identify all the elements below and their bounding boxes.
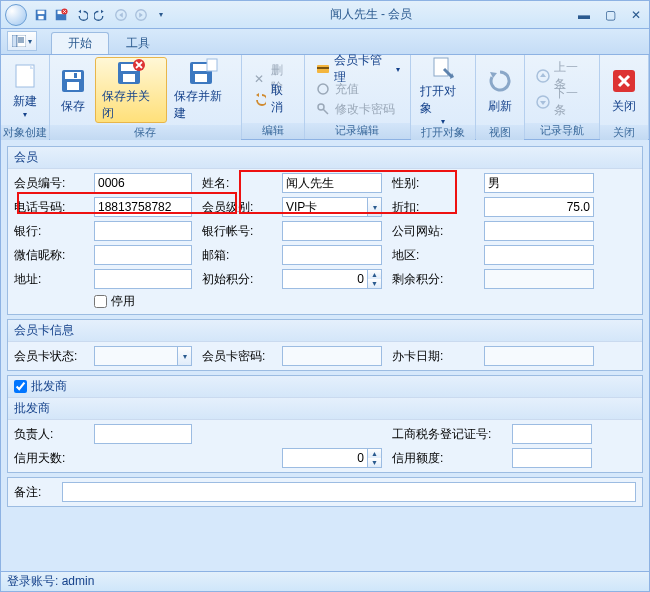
edit-pwd-button[interactable]: 修改卡密码: [311, 99, 404, 119]
input-level[interactable]: [282, 197, 368, 217]
card-icon: [315, 61, 330, 77]
label-address: 地址:: [14, 271, 84, 288]
input-credit-limit[interactable]: [512, 448, 592, 468]
recharge-button[interactable]: 充值: [311, 79, 404, 99]
new-button[interactable]: 新建▾: [3, 57, 47, 123]
minimize-button[interactable]: ▬: [573, 6, 595, 24]
spin-down-icon[interactable]: ▼: [368, 458, 381, 467]
svg-rect-27: [317, 67, 329, 69]
label-rem-pts: 剩余积分:: [392, 271, 474, 288]
undo-icon: [252, 91, 267, 107]
save-icon: [58, 66, 88, 96]
wholesaler-title: 批发商: [31, 378, 67, 395]
svg-rect-9: [17, 35, 26, 47]
input-card-status[interactable]: [94, 346, 178, 366]
group-record-label: 记录编辑: [305, 123, 410, 139]
input-bank-acct[interactable]: [282, 221, 382, 241]
view-layout-dropdown[interactable]: ▾: [7, 31, 37, 51]
input-tax-reg[interactable]: [512, 424, 592, 444]
refresh-button[interactable]: 刷新: [478, 57, 522, 123]
label-name: 姓名:: [202, 175, 272, 192]
qa-next-icon[interactable]: [133, 7, 149, 23]
input-bank[interactable]: [94, 221, 192, 241]
checkbox-disabled[interactable]: 停用: [94, 293, 192, 310]
input-manager[interactable]: [94, 424, 192, 444]
level-dropdown-icon[interactable]: ▾: [368, 197, 382, 217]
label-level: 会员级别:: [202, 199, 272, 216]
label-open-date: 办卡日期:: [392, 348, 474, 365]
qa-save-icon[interactable]: [33, 7, 49, 23]
label-region: 地区:: [392, 247, 474, 264]
input-gender[interactable]: [484, 173, 594, 193]
input-phone[interactable]: [94, 197, 192, 217]
group-create-label: 对象创建: [1, 125, 49, 140]
window-title: 闻人先生 - 会员: [171, 6, 571, 23]
wholesaler-checkbox[interactable]: [14, 380, 27, 393]
panel-wholesaler-head[interactable]: 批发商: [8, 376, 642, 398]
qa-undo-icon[interactable]: [73, 7, 89, 23]
label-init-pts: 初始积分:: [202, 271, 272, 288]
input-remark[interactable]: [62, 482, 636, 502]
maximize-button[interactable]: ▢: [599, 6, 621, 24]
input-wechat[interactable]: [94, 245, 192, 265]
panel-member-head: 会员: [8, 147, 642, 169]
close-window-button[interactable]: ✕: [625, 6, 647, 24]
group-edit-label: 编辑: [242, 123, 304, 139]
open-obj-button[interactable]: 打开对象▾: [413, 57, 473, 123]
new-icon: [10, 61, 40, 91]
qa-redo-icon[interactable]: [93, 7, 109, 23]
tab-tools[interactable]: 工具: [109, 32, 167, 54]
card-status-dropdown-icon[interactable]: ▾: [178, 346, 192, 366]
spin-down-icon[interactable]: ▼: [368, 279, 381, 288]
next-record-button[interactable]: 下一条: [531, 92, 593, 112]
input-member-no[interactable]: [94, 173, 192, 193]
key-icon: [315, 101, 331, 117]
input-init-pts[interactable]: ▲▼: [282, 269, 382, 289]
input-credit-days[interactable]: ▲▼: [282, 448, 382, 468]
panel-wholesaler: 批发商 批发商 负责人: 工商税务登记证号: 信用天数: ▲▼ 信用额度:: [7, 375, 643, 473]
label-bank-acct: 银行帐号:: [202, 223, 272, 240]
close-button[interactable]: 关闭: [602, 57, 646, 123]
save-button[interactable]: 保存: [52, 57, 95, 123]
input-card-pwd: [282, 346, 382, 366]
group-view-label: 视图: [476, 125, 524, 140]
svg-rect-30: [434, 58, 448, 76]
qa-saveclose-icon[interactable]: [53, 7, 69, 23]
card-mgmt-button[interactable]: 会员卡管理 ▾: [311, 59, 404, 79]
input-email[interactable]: [282, 245, 382, 265]
close-icon: [609, 66, 639, 96]
qa-dropdown-icon[interactable]: ▾: [153, 7, 169, 23]
save-close-icon: [116, 58, 146, 86]
label-discount: 折扣:: [392, 199, 474, 216]
down-icon: [535, 94, 550, 110]
group-save-label: 保存: [50, 125, 241, 140]
label-wechat: 微信昵称:: [14, 247, 84, 264]
svg-rect-17: [74, 73, 77, 78]
qa-prev-icon[interactable]: [113, 7, 129, 23]
label-card-pwd: 会员卡密码:: [202, 348, 272, 365]
spin-up-icon[interactable]: ▲: [368, 270, 381, 279]
prev-record-button[interactable]: 上一条: [531, 66, 593, 86]
label-credit-days: 信用天数:: [14, 450, 84, 467]
input-rem-pts: [484, 269, 594, 289]
input-region[interactable]: [484, 245, 594, 265]
svg-rect-2: [38, 15, 43, 19]
cancel-button[interactable]: 取消: [248, 89, 298, 109]
refresh-icon: [485, 66, 515, 96]
input-website[interactable]: [484, 221, 594, 241]
save-new-button[interactable]: 保存并新建: [167, 57, 239, 123]
input-address[interactable]: [94, 269, 192, 289]
input-discount[interactable]: [484, 197, 594, 217]
svg-rect-16: [67, 82, 79, 90]
tab-start[interactable]: 开始: [51, 32, 109, 54]
label-credit-limit: 信用额度:: [392, 450, 502, 467]
save-new-icon: [188, 58, 218, 86]
input-name[interactable]: [282, 173, 382, 193]
form-area: 会员 会员编号: 姓名: 性别: 电话号码: 会员级别: ▾ 折扣: 银行: 银…: [0, 140, 650, 572]
svg-rect-15: [65, 72, 81, 79]
app-icon[interactable]: [5, 4, 27, 26]
save-close-button[interactable]: 保存并关闭: [95, 57, 167, 123]
label-phone: 电话号码:: [14, 199, 84, 216]
spin-up-icon[interactable]: ▲: [368, 449, 381, 458]
delete-icon: ✕: [252, 71, 267, 87]
